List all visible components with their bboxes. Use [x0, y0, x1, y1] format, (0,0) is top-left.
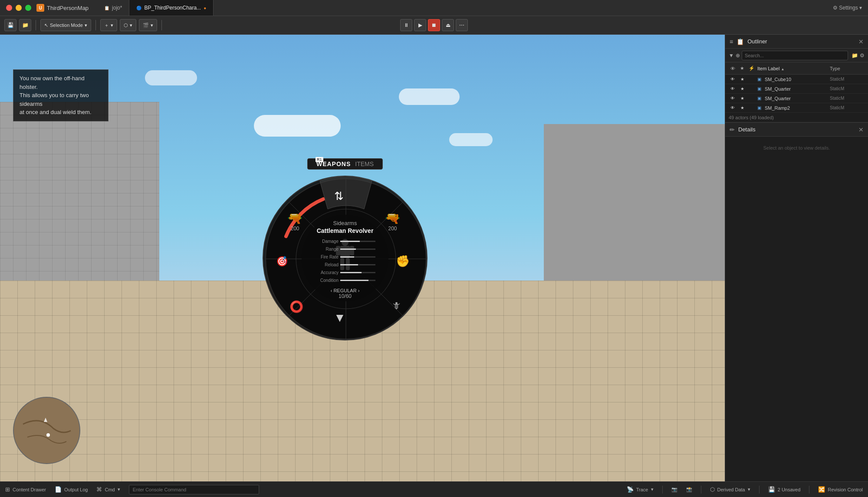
item-type: StaticM [830, 86, 865, 91]
tooltip-line1: You now own the off-hand holster. [20, 74, 102, 91]
console-input[interactable] [129, 485, 259, 494]
cloud-2 [399, 88, 460, 105]
unsaved-button[interactable]: 💾 2 Unsaved [768, 486, 801, 493]
wheel-slot-right[interactable]: ✊ [396, 255, 410, 268]
add-icon: ＋ [104, 22, 109, 29]
slot-tl-count: 200 [290, 226, 299, 232]
item-eye: 👁 [729, 96, 736, 101]
item-star: ★ [738, 96, 746, 101]
close-button[interactable] [6, 5, 12, 11]
cmd-icon: ⌘ [96, 486, 102, 493]
screenshot-icon-button[interactable]: 📸 [686, 487, 692, 492]
item-type: StaticM [830, 96, 865, 101]
content-drawer-button[interactable]: ⊞ Content Drawer [5, 486, 46, 493]
cmd-button[interactable]: ⌘ Cmd ▾ [96, 486, 120, 493]
minimize-button[interactable] [16, 5, 22, 11]
camera-icon: 📷 [671, 487, 677, 492]
wheel-slot-bottom-right[interactable]: 🗡 [391, 300, 401, 311]
more-button[interactable]: ⋯ [456, 19, 468, 31]
holster-icon: ▼ [334, 311, 346, 325]
pause-icon: ⏸ [404, 22, 409, 28]
outliner-item[interactable]: 👁 ★ ▣ SM_Ramp2 StaticM [725, 103, 868, 113]
svg-rect-12 [350, 246, 354, 255]
wheel-slot-left[interactable]: 🎯 [276, 256, 288, 267]
col-type-header: Type [830, 66, 865, 71]
status-sep-1 [662, 486, 663, 494]
content-browser-button[interactable]: 📁 [19, 19, 31, 31]
outliner-item[interactable]: 👁 ★ ▣ SM_Quarter StaticM [725, 94, 868, 103]
content-browser-icon: 📁 [22, 22, 29, 28]
details-close-button[interactable]: ✕ [858, 126, 864, 133]
selection-mode-dropdown: ▾ [85, 23, 87, 28]
trace-button[interactable]: 📡 Trace ▾ [627, 486, 654, 493]
outliner-item[interactable]: 👁 ★ ▣ SM_Cube10 StaticM [725, 75, 868, 84]
app-identity: U ThirdPersonMap [31, 4, 89, 12]
lasso-icon: ⭕ [289, 300, 303, 314]
actor-count: 49 actors (49 loaded) [725, 113, 868, 122]
outliner-expand-icon[interactable]: ⊕ [736, 52, 740, 59]
pause-button[interactable]: ⏸ [400, 19, 412, 31]
outliner-close-button[interactable]: ✕ [858, 38, 864, 45]
eject-button[interactable]: ⏏ [442, 19, 454, 31]
toolbar-sep-1 [36, 20, 36, 30]
outliner-add-filter-icon[interactable]: 📁 [852, 52, 858, 59]
item-star: ★ [738, 77, 746, 82]
cmd-dropdown-icon: ▾ [118, 487, 120, 492]
output-log-button[interactable]: 📄 Output Log [55, 486, 88, 493]
cloud-3 [449, 133, 493, 146]
outliner-item[interactable]: 👁 ★ ▣ SM_Quarter StaticM [725, 84, 868, 94]
wheel-slot-bottom-left[interactable]: ⭕ [289, 300, 303, 314]
settings-button[interactable]: ⚙ Settings ▾ [833, 5, 862, 11]
tab-icon: 📋 [104, 6, 109, 10]
viewport[interactable]: You now own the off-hand holster. This a… [0, 35, 725, 481]
slot-tr-count: 200 [388, 226, 397, 232]
derived-data-button[interactable]: ⬡ Derived Data ▾ [710, 486, 750, 493]
item-name: SM_Quarter [765, 96, 828, 101]
item-name: SM_Ramp2 [765, 105, 828, 111]
item-type: StaticM [830, 105, 865, 110]
cmd-label: Cmd [105, 487, 115, 492]
outliner-header: ≡ 📋 Outliner ✕ [725, 35, 868, 49]
selection-mode-label: Selection Mode [50, 23, 83, 28]
save-button[interactable]: 💾 [4, 19, 16, 31]
item-mesh-icon: ▣ [757, 86, 761, 91]
outliner-item-list: 👁 ★ ▣ SM_Cube10 StaticM 👁 ★ ▣ SM_Quarter… [725, 75, 868, 113]
app-name: ThirdPersonMap [47, 5, 89, 11]
title-bar-right[interactable]: ⚙ Settings ▾ [833, 5, 868, 11]
output-log-icon: 📄 [55, 486, 62, 493]
right-panel: ≡ 📋 Outliner ✕ ▼ ⊕ 📁 ⚙ 👁 ★ ⚡ Item Label … [725, 35, 868, 481]
status-sep-3 [759, 486, 760, 494]
weapon-quality[interactable]: ‹ REGULAR › [331, 288, 360, 293]
tab-blueprint[interactable]: 🔵 BP_ThirdPersonChara... ● [129, 0, 214, 16]
outliner-settings-icon[interactable]: ⚙ [860, 52, 865, 59]
item-star: ★ [738, 105, 746, 110]
derived-data-dropdown: ▾ [748, 487, 750, 492]
add-actor-button[interactable]: ＋ ▾ [100, 19, 117, 31]
col-type-icon: ⚡ [748, 65, 756, 71]
camera-icon-button[interactable]: 📷 [671, 487, 677, 492]
cloud-4 [145, 70, 197, 85]
wheel-slot-bottom[interactable]: ▼ [334, 311, 346, 325]
wheel-outer: 🔫 200 ⇅ 🔫 200 🎯 ✊ [263, 176, 427, 340]
revision-icon: 🔀 [818, 486, 825, 493]
svg-point-9 [342, 239, 349, 246]
cinematics-button[interactable]: 🎬 ▾ [139, 19, 157, 31]
wheel-slot-top-right[interactable]: 🔫 200 [385, 211, 400, 232]
outliner-search-input[interactable] [742, 51, 848, 60]
wheel-slot-top-left[interactable]: 🔫 200 [287, 211, 302, 232]
selection-mode-button[interactable]: ↖ Selection Mode ▾ [40, 19, 91, 31]
blueprint-button[interactable]: ⬡ ▾ [120, 19, 136, 31]
tab-bp-icon: 🔵 [136, 6, 141, 10]
item-mesh-icon: ▣ [757, 77, 761, 82]
tab-jojo[interactable]: 📋 jojo* [97, 0, 129, 16]
content-drawer-icon: ⊞ [5, 486, 10, 493]
maximize-button[interactable] [25, 5, 31, 11]
actor-count-text: 49 actors (49 loaded) [729, 115, 774, 120]
outliner-filter-icon[interactable]: ▼ [729, 52, 734, 59]
minimap [13, 397, 80, 464]
stop-button[interactable]: ⏹ [428, 19, 440, 31]
wheel-slot-top[interactable]: ⇅ [334, 190, 344, 203]
revision-control-button[interactable]: 🔀 Revision Control [818, 486, 863, 493]
swap-icon: ⇅ [334, 190, 344, 203]
play-button[interactable]: ▶ [414, 19, 426, 31]
